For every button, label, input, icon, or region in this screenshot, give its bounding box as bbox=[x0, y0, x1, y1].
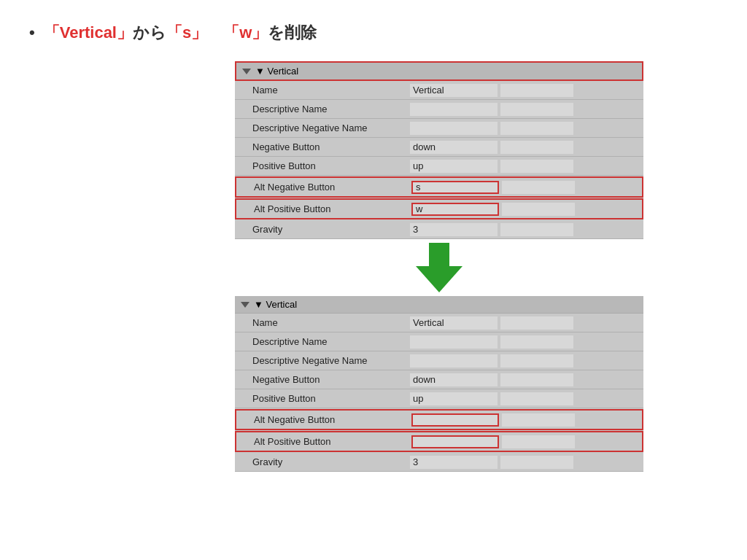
bot-label-desc-neg-name: Descriptive Negative Name bbox=[235, 353, 410, 368]
green-arrow bbox=[416, 243, 462, 292]
top-input-alt-pos-btn[interactable] bbox=[411, 203, 499, 216]
top-row-gravity: Gravity bbox=[235, 220, 643, 239]
top-panel-header: ▼ Vertical bbox=[235, 61, 643, 81]
top-blank-name bbox=[500, 84, 573, 97]
top-row-alt-neg-btn: Alt Negative Button bbox=[235, 176, 643, 198]
bot-value-desc-neg-name bbox=[410, 354, 643, 368]
top-input-desc-name[interactable] bbox=[410, 103, 498, 116]
bot-blank-neg-btn bbox=[500, 373, 573, 386]
bot-row-alt-pos-btn: Alt Positive Button bbox=[235, 431, 643, 452]
top-panel-rows: Name Descriptive Name Descri bbox=[235, 81, 643, 239]
top-row-alt-pos-btn: Alt Positive Button bbox=[235, 198, 643, 219]
bot-input-pos-btn[interactable] bbox=[410, 392, 498, 405]
bot-label-alt-pos-btn: Alt Positive Button bbox=[236, 434, 411, 449]
arrow-head bbox=[416, 266, 462, 292]
heading-text: 「Vertical」から「s」 「w」を削除 bbox=[44, 22, 317, 44]
bot-input-desc-name[interactable] bbox=[410, 335, 498, 349]
bot-blank-name bbox=[500, 316, 573, 330]
top-value-desc-neg-name bbox=[410, 122, 643, 135]
bot-value-pos-btn bbox=[410, 392, 643, 405]
top-row-desc-neg-name: Descriptive Negative Name bbox=[235, 119, 643, 138]
bot-row-desc-name: Descriptive Name bbox=[235, 332, 643, 351]
top-value-desc-name bbox=[410, 103, 643, 116]
bot-label-name: Name bbox=[235, 315, 410, 330]
bot-row-alt-neg-btn: Alt Negative Button bbox=[235, 409, 643, 430]
top-label-alt-neg-btn: Alt Negative Button bbox=[236, 179, 411, 195]
top-input-pos-btn[interactable] bbox=[410, 160, 498, 173]
bottom-panel-title: ▼ Vertical bbox=[254, 299, 297, 310]
bot-blank-pos-btn bbox=[500, 392, 573, 405]
top-blank-gravity bbox=[500, 223, 573, 236]
bot-input-neg-btn[interactable] bbox=[410, 373, 498, 386]
bot-value-name bbox=[410, 316, 643, 330]
top-value-pos-btn bbox=[410, 160, 643, 173]
top-blank-desc-neg-name bbox=[500, 122, 573, 135]
bot-row-name: Name bbox=[235, 314, 643, 332]
bot-input-gravity[interactable] bbox=[410, 456, 498, 469]
bot-blank-desc-name bbox=[500, 335, 573, 349]
bullet: • bbox=[29, 23, 35, 42]
top-label-alt-pos-btn: Alt Positive Button bbox=[236, 201, 411, 217]
arrow-shaft bbox=[429, 243, 449, 266]
top-panel-title: ▼ Vertical bbox=[255, 66, 298, 77]
bot-row-gravity: Gravity bbox=[235, 453, 643, 472]
panel-area: ▼ Vertical Name Descriptive Name bbox=[160, 61, 718, 472]
arrow-container bbox=[416, 242, 462, 293]
top-value-alt-pos-btn bbox=[411, 203, 642, 216]
top-blank-desc-name bbox=[500, 103, 573, 116]
top-label-gravity: Gravity bbox=[235, 222, 410, 237]
top-value-gravity bbox=[410, 223, 643, 236]
top-row-name: Name bbox=[235, 81, 643, 100]
bot-value-gravity bbox=[410, 456, 643, 469]
top-panel: ▼ Vertical Name Descriptive Name bbox=[235, 61, 643, 239]
top-blank-alt-neg-btn bbox=[502, 181, 575, 194]
bot-input-alt-pos-btn[interactable] bbox=[411, 435, 499, 448]
top-input-neg-btn[interactable] bbox=[410, 141, 498, 154]
bot-value-alt-neg-btn bbox=[411, 413, 642, 427]
bot-blank-gravity bbox=[500, 456, 573, 469]
bot-input-desc-neg-name[interactable] bbox=[410, 354, 498, 368]
top-row-neg-btn: Negative Button bbox=[235, 138, 643, 157]
top-label-pos-btn: Positive Button bbox=[235, 158, 410, 174]
top-value-alt-neg-btn bbox=[411, 181, 642, 194]
bot-label-neg-btn: Negative Button bbox=[235, 372, 410, 387]
bot-input-name[interactable] bbox=[410, 316, 498, 330]
top-blank-neg-btn bbox=[500, 141, 573, 154]
bot-label-pos-btn: Positive Button bbox=[235, 391, 410, 406]
top-input-desc-neg-name[interactable] bbox=[410, 122, 498, 135]
top-row-pos-btn: Positive Button bbox=[235, 157, 643, 176]
bot-label-gravity: Gravity bbox=[235, 454, 410, 470]
bot-blank-desc-neg-name bbox=[500, 354, 573, 368]
top-blank-pos-btn bbox=[500, 160, 573, 173]
bot-blank-alt-pos-btn bbox=[502, 435, 575, 448]
heading-vertical: 「Vertical」 bbox=[44, 23, 133, 42]
heading-s: 「s」 bbox=[166, 23, 207, 42]
bot-value-alt-pos-btn bbox=[411, 435, 642, 448]
heading-w: 「w」 bbox=[223, 23, 268, 42]
bot-label-desc-name: Descriptive Name bbox=[235, 334, 410, 349]
page-container: • 「Vertical」から「s」 「w」を削除 ▼ Vertical Name bbox=[0, 0, 747, 494]
bot-blank-alt-neg-btn bbox=[502, 413, 575, 427]
top-input-alt-neg-btn[interactable] bbox=[411, 181, 499, 194]
top-label-name: Name bbox=[235, 82, 410, 98]
bottom-panel-rows: Name Descriptive Name Descri bbox=[235, 314, 643, 472]
bot-input-alt-neg-btn[interactable] bbox=[411, 413, 499, 427]
top-value-name bbox=[410, 84, 643, 97]
top-label-neg-btn: Negative Button bbox=[235, 139, 410, 155]
top-label-desc-name: Descriptive Name bbox=[235, 101, 410, 117]
top-input-name[interactable] bbox=[410, 84, 498, 97]
top-input-gravity[interactable] bbox=[410, 223, 498, 236]
bottom-panel-header: ▼ Vertical bbox=[235, 296, 643, 314]
top-row-desc-name: Descriptive Name bbox=[235, 100, 643, 119]
triangle-icon bbox=[242, 69, 251, 74]
top-label-desc-neg-name: Descriptive Negative Name bbox=[235, 120, 410, 136]
bot-value-desc-name bbox=[410, 335, 643, 349]
bot-row-pos-btn: Positive Button bbox=[235, 389, 643, 408]
bot-label-alt-neg-btn: Alt Negative Button bbox=[236, 412, 411, 427]
bottom-panel: ▼ Vertical Name Descriptive Name bbox=[235, 296, 643, 472]
bot-row-neg-btn: Negative Button bbox=[235, 370, 643, 389]
top-blank-alt-pos-btn bbox=[502, 203, 575, 216]
bot-row-desc-neg-name: Descriptive Negative Name bbox=[235, 351, 643, 370]
bot-value-neg-btn bbox=[410, 373, 643, 386]
page-heading: • 「Vertical」から「s」 「w」を削除 bbox=[29, 22, 718, 44]
